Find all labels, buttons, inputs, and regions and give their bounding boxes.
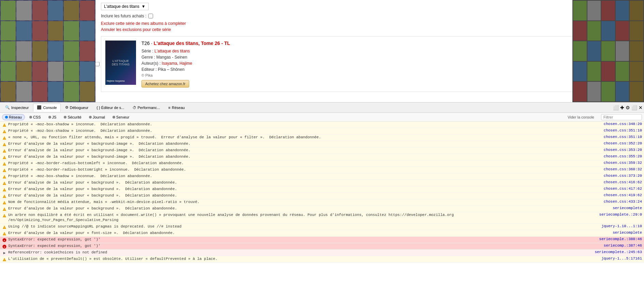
tab-debugger[interactable]: ⚙ Débogueur — [61, 104, 92, 112]
devtools-side-icons: ⬜ ✚ ⚙ ⬜ ✕ — [613, 105, 643, 110]
dock-icon[interactable]: ⬜ — [631, 105, 637, 110]
album-info: T26 · L'attaque des titans, Tome 26 - TL… — [141, 41, 634, 88]
console-row-text: SyntaxError: expected expression, got ')… — [8, 244, 601, 249]
console-row-source[interactable]: chosen.css:417:62 — [604, 187, 642, 191]
error-icon: ✕ — [2, 244, 7, 249]
console-row-text: Erreur d'analyse de la valeur pour « bac… — [8, 187, 601, 192]
console-row-source[interactable]: chosen.css:348:20 — [604, 122, 642, 126]
console-row-source[interactable]: chosen.css:355:20 — [604, 154, 642, 158]
console-row-source[interactable]: seriecomp.:387:46 — [604, 244, 642, 248]
console-row-source[interactable]: chosen.css:360:32 — [604, 167, 642, 171]
console-row-text: Erreur d'analyse de la valeur pour « bac… — [8, 180, 601, 185]
svg-text:!: ! — [4, 131, 5, 134]
svg-text:✕: ✕ — [3, 245, 5, 249]
settings-icon[interactable]: ⚙ — [626, 105, 630, 110]
warning-icon: ! — [2, 181, 7, 186]
filter-security[interactable]: Sécurité — [61, 114, 84, 120]
server-dot — [113, 116, 115, 119]
inspector-icon: 🔍 — [5, 105, 10, 110]
console-row-text: Propriété « -moz-box-shadow » inconnue. … — [8, 122, 601, 127]
console-row-source[interactable]: chosen.css:359:32 — [604, 161, 642, 165]
svg-text:!: ! — [4, 202, 5, 205]
arrow-icon: ▶ — [2, 251, 7, 255]
svg-text:!: ! — [4, 189, 5, 192]
console-output: !Propriété « -moz-box-shadow » inconnue.… — [0, 122, 644, 297]
tab-inspector[interactable]: 🔍 Inspecteur — [1, 104, 32, 112]
console-row-source[interactable]: seriecomplete — [613, 231, 642, 235]
console-row-source[interactable]: chosen.css:419:62 — [604, 193, 642, 197]
console-row-source[interactable]: seriecomplete.:245:63 — [595, 250, 642, 254]
console-row-source[interactable]: jquery-1.10...1:10 — [601, 224, 642, 228]
console-row-source[interactable]: chosen.css:352:20 — [604, 141, 642, 145]
editor-label-tab: { } Éditeur de s... — [96, 106, 124, 110]
console-row-source[interactable]: chosen.css:351:10 — [604, 128, 642, 132]
journal-dot — [89, 116, 92, 119]
warning-icon: ! — [2, 194, 7, 199]
console-filter-input[interactable] — [601, 114, 642, 120]
devtools-panel: 🔍 Inspecteur ⬛ Console ⚙ Débogueur { } É… — [0, 102, 644, 297]
svg-text:!: ! — [4, 183, 5, 185]
console-row-source[interactable]: chosen.css:373:20 — [604, 174, 642, 178]
filter-network-label: Réseau — [9, 115, 22, 119]
security-dot — [64, 116, 66, 119]
console-row-source[interactable]: chosen.css:416:62 — [604, 180, 642, 184]
tab-network[interactable]: ≡ Réseau — [165, 104, 189, 112]
console-label: Console — [43, 106, 57, 110]
left-background — [0, 0, 95, 102]
tab-performance[interactable]: ⏱ Performanc... — [129, 104, 164, 112]
console-row: ✕SyntaxError: expected expression, got '… — [0, 243, 644, 250]
close-icon[interactable]: ✕ — [639, 105, 643, 110]
console-row-source[interactable]: chosen.css:351:10 — [604, 135, 642, 139]
console-row-source[interactable]: chosen.css:433:24 — [604, 200, 642, 204]
filter-server[interactable]: Serveur — [109, 114, 133, 120]
dropdown-arrow-icon: ▼ — [141, 4, 146, 9]
console-toolbar: Réseau CSS JS Sécurité Journal Serveur V… — [0, 113, 644, 122]
cancel-link[interactable]: Annuler les exclusions pour cette série — [101, 27, 639, 32]
network-label: Réseau — [172, 106, 185, 110]
clear-console-button[interactable]: Vider la console — [565, 114, 597, 120]
console-row-source[interactable]: jquery-1...5:17161 — [601, 256, 642, 261]
console-row-text: Using //@ to indicate sourceMappingURL p… — [8, 224, 599, 229]
pick-icon[interactable]: ✚ — [620, 105, 624, 110]
console-row-text: Erreur d'analyse de la valeur pour « bac… — [8, 154, 601, 159]
serie-link[interactable]: L'attaque des titans — [154, 49, 190, 53]
console-row-source[interactable]: seriecomple.:380:46 — [599, 237, 642, 241]
tab-editor[interactable]: { } Éditeur de s... — [93, 104, 128, 112]
console-row-source[interactable]: seriecomplete — [613, 206, 642, 210]
filter-journal[interactable]: Journal — [86, 114, 108, 120]
console-row-text: ReferenceError: cookieChoices is not def… — [8, 250, 592, 255]
console-row-source[interactable]: chosen.css:353:20 — [604, 148, 642, 152]
exclude-link[interactable]: Exclure cette série de mes albums à comp… — [101, 21, 639, 26]
console-row: !Propriété « -moz-box-shadow » inconnue.… — [0, 173, 644, 180]
svg-text:!: ! — [4, 233, 5, 236]
console-row: !« none », URL, ou fonction filter atten… — [0, 135, 644, 141]
amazon-button[interactable]: Achetez chez amazon.fr — [141, 80, 189, 88]
warning-icon: ! — [2, 207, 7, 212]
warning-icon: ! — [2, 123, 7, 127]
author-link[interactable]: Isayama, Hajime — [162, 61, 192, 66]
filter-js[interactable]: JS — [45, 114, 60, 120]
tab-console[interactable]: ⬛ Console — [33, 104, 60, 112]
series-dropdown[interactable]: L'attaque des titans ▼ — [101, 3, 149, 10]
console-row-text: Propriété « -moz-border-radius-bottomlef… — [8, 161, 601, 166]
filter-server-label: Serveur — [116, 115, 130, 119]
console-row-text: Nom de fonctionnalité média attendue, ma… — [8, 200, 601, 205]
album-title: T26 · L'attaque des titans, Tome 26 - TL — [141, 41, 634, 46]
console-row-text: SyntaxError: expected expression, got ')… — [8, 237, 597, 242]
warning-icon: ! — [2, 174, 7, 179]
genre-value: Mangas - Seinen — [156, 55, 187, 60]
svg-text:!: ! — [4, 176, 5, 179]
console-row-text: Erreur d'analyse de la valeur pour « fon… — [8, 231, 610, 236]
console-row-text: « none », URL, ou fonction filter attend… — [8, 135, 601, 140]
album-checkbox[interactable] — [95, 62, 100, 66]
css-dot — [29, 116, 32, 119]
responsive-icon[interactable]: ⬜ — [613, 105, 619, 110]
filter-network[interactable]: Réseau — [2, 114, 25, 120]
svg-text:!: ! — [4, 208, 5, 211]
console-row: !Propriété « -moz-border-radius-bottomri… — [0, 167, 644, 173]
console-row-source[interactable]: seriecomplete.:29:0 — [599, 213, 642, 217]
filter-css[interactable]: CSS — [26, 114, 44, 120]
serie-label: Série : — [141, 49, 153, 53]
include-future-checkbox[interactable] — [148, 14, 153, 18]
perf-label: Performanc... — [138, 106, 160, 110]
